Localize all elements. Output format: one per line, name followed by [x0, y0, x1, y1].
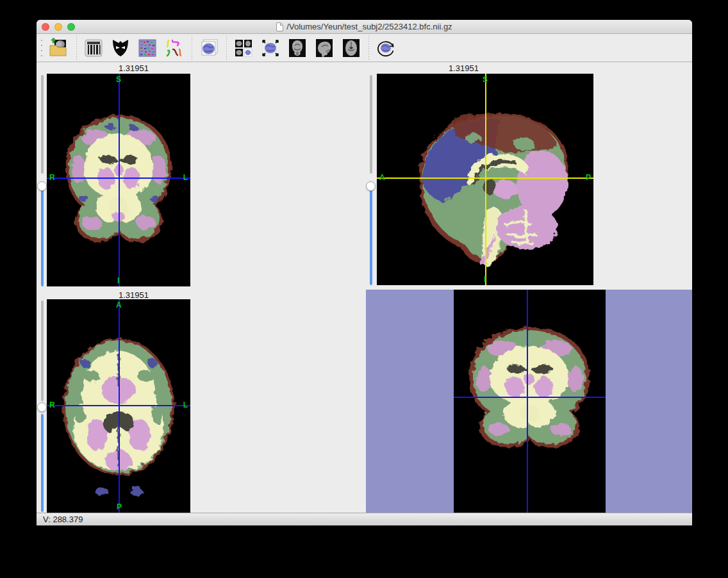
coronal-crosshair-horizontal — [47, 178, 190, 179]
sagittal-orient-superior: S — [483, 76, 488, 83]
surface-layers-brain-icon — [199, 38, 219, 58]
toolbar-separator — [367, 36, 370, 60]
sagittal-crosshair-horizontal — [377, 178, 593, 179]
surface-coronal-slice-image — [454, 290, 606, 513]
surface-crosshair-horizontal — [454, 397, 606, 398]
show-volume-button[interactable] — [80, 35, 107, 61]
sagittal-view[interactable]: S I A P — [377, 74, 593, 285]
sagittal-slice-icon — [314, 38, 335, 58]
rotate-view-button[interactable] — [372, 35, 399, 61]
title-bar[interactable]: /Volumes/Yeun/test_subj2/2523412.bfc.nii… — [37, 20, 692, 34]
curves-icon — [164, 38, 185, 58]
show-mask-button[interactable] — [107, 35, 134, 61]
axial-orient-posterior: P — [117, 503, 122, 511]
axial-orient-anterior: A — [116, 301, 122, 309]
coronal-orient-right: R — [49, 174, 55, 181]
status-bar: V: 288.379 — [37, 513, 692, 525]
close-button[interactable] — [42, 23, 49, 31]
coronal-slice-icon — [287, 38, 308, 58]
zoom-button[interactable] — [67, 23, 75, 31]
label-grid-icon — [137, 38, 158, 58]
axial-slider-thumb[interactable] — [37, 402, 47, 412]
axial-slice-icon — [341, 38, 361, 58]
axial-crosshair-horizontal — [47, 405, 190, 406]
coronal-voxel-value: 1.31951 — [119, 63, 149, 73]
axial-view[interactable]: A P R L — [47, 299, 190, 513]
axial-orient-left: L — [183, 401, 188, 409]
minimize-button[interactable] — [54, 23, 62, 31]
rotate-brain-icon — [376, 38, 396, 58]
coronal-orient-inferior: I — [117, 277, 119, 285]
sagittal-slider-thumb[interactable] — [366, 181, 376, 191]
coronal-orient-left: L — [183, 174, 188, 181]
axial-orient-right: R — [49, 401, 55, 409]
document-icon — [276, 22, 283, 31]
toolbar — [37, 34, 692, 62]
surface-crosshair-vertical — [527, 290, 528, 513]
sagittal-orient-inferior: I — [484, 276, 486, 283]
surface-slice-plane — [454, 290, 606, 513]
voxel-value-status: V: 288.379 — [43, 515, 83, 524]
app-window: /Volumes/Yeun/test_subj2/2523412.bfc.nii… — [37, 20, 692, 525]
show-labels-button[interactable] — [134, 35, 161, 61]
expand-view-button[interactable] — [257, 35, 284, 61]
multi-view-button[interactable] — [230, 35, 257, 61]
toolbar-separator — [190, 36, 194, 60]
window-title: /Volumes/Yeun/test_subj2/2523412.bfc.nii… — [286, 22, 452, 31]
sagittal-crosshair-vertical — [485, 74, 486, 285]
axial-view-button[interactable] — [338, 35, 365, 61]
coronal-view[interactable]: S I R L — [47, 74, 190, 286]
axial-slice-slider[interactable] — [37, 301, 47, 512]
sagittal-view-button[interactable] — [311, 35, 338, 61]
coronal-slice-slider[interactable] — [37, 75, 47, 286]
coronal-view-button[interactable] — [284, 35, 311, 61]
toolbar-separator — [74, 36, 78, 60]
sagittal-slice-slider[interactable] — [366, 75, 376, 285]
sagittal-orient-posterior: P — [586, 174, 591, 181]
multiview-grid-icon — [233, 38, 254, 58]
toolbar-drag-handle[interactable] — [38, 37, 46, 59]
open-file-button[interactable] — [46, 35, 72, 61]
coronal-crosshair-vertical — [119, 74, 120, 286]
expand-brain-icon — [260, 38, 281, 58]
coronal-slider-thumb[interactable] — [37, 181, 47, 191]
coronal-orient-superior: S — [116, 76, 121, 83]
sagittal-voxel-value: 1.31951 — [449, 63, 479, 73]
sagittal-orient-anterior: A — [379, 174, 385, 181]
volume-barcode-icon — [83, 38, 104, 58]
surface-view-button[interactable] — [195, 35, 222, 61]
viewport-area: 64 126 130 1.31951 64 126 130 1.31951 64… — [37, 62, 692, 513]
toolbar-separator — [224, 36, 228, 60]
traffic-lights — [42, 23, 75, 31]
axial-voxel-value: 1.31951 — [119, 290, 149, 300]
open-folder-brain-icon — [49, 38, 69, 58]
show-curves-button[interactable] — [161, 35, 188, 61]
mask-icon — [110, 38, 131, 58]
surface-view[interactable] — [366, 290, 692, 513]
